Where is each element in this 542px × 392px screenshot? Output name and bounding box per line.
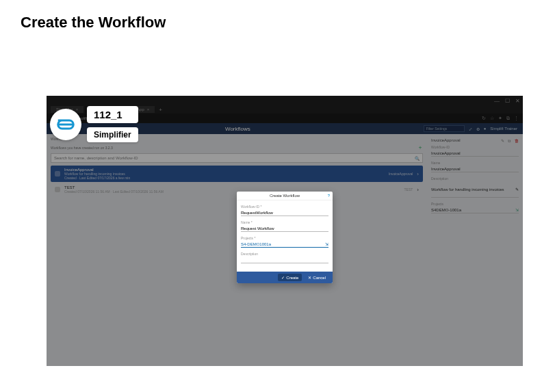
help-icon[interactable]: ? — [328, 194, 330, 198]
close-icon: ✕ — [308, 275, 311, 280]
create-workflow-dialog: Create Workflow ? Workflow-ID * RequestW… — [237, 192, 333, 283]
open-link-icon[interactable]: ⇲ — [325, 241, 328, 246]
workflow-id-input[interactable]: RequestWorkflow — [241, 209, 328, 216]
dialog-title: Create Workflow ? — [237, 192, 333, 200]
simplifier-logo-icon — [50, 109, 81, 140]
dialog-footer: ✓ Create ✕ Cancel — [237, 272, 333, 283]
page-heading: Create the Workflow — [0, 0, 542, 31]
tutorial-overlay: 112_1 Simplifier — [50, 106, 138, 142]
projects-select[interactable]: S4-DEMO1001a ⇲ — [241, 241, 328, 248]
workflow-name-input[interactable]: Request Workflow — [241, 225, 328, 232]
tutorial-step-pill: 112_1 — [87, 106, 138, 123]
cancel-button[interactable]: ✕ Cancel — [305, 274, 329, 281]
field-label: Description — [241, 252, 328, 256]
field-label: Name * — [241, 220, 328, 224]
check-icon: ✓ — [281, 275, 285, 280]
tutorial-brand-pill: Simplifier — [87, 127, 138, 142]
description-input[interactable] — [241, 257, 328, 263]
field-label: Workflow-ID * — [241, 205, 328, 209]
field-label: Projects * — [241, 236, 328, 240]
create-button[interactable]: ✓ Create — [278, 274, 302, 281]
